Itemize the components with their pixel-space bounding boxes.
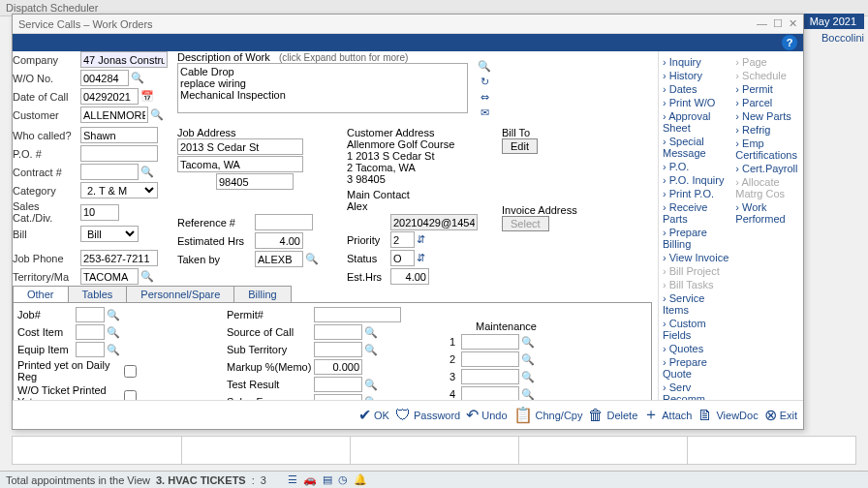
quicklink-new-parts[interactable]: New Parts bbox=[735, 109, 799, 123]
search-icon[interactable]: 🔍 bbox=[139, 166, 156, 178]
quicklink-receive-parts[interactable]: Receive Parts bbox=[663, 200, 731, 226]
schedule-grid[interactable] bbox=[12, 436, 856, 465]
jobaddr-zip[interactable] bbox=[216, 173, 294, 190]
stepper-icon[interactable]: ⇵ bbox=[415, 233, 427, 246]
invoice-select-button[interactable]: Select bbox=[502, 216, 549, 231]
quicklink-custom-fields[interactable]: Custom Fields bbox=[663, 317, 731, 342]
list-icon[interactable]: ▤ bbox=[323, 473, 332, 486]
maint-2-field[interactable] bbox=[461, 351, 519, 367]
tab-other[interactable]: Other bbox=[13, 286, 69, 302]
quicklink-approval-sheet[interactable]: Approval Sheet bbox=[663, 109, 731, 135]
tab-personnel[interactable]: Personnel/Spare bbox=[126, 286, 234, 302]
quicklink-parcel[interactable]: Parcel bbox=[735, 96, 799, 109]
search-icon[interactable]: 🔍 bbox=[362, 326, 380, 339]
wono-field[interactable] bbox=[80, 70, 129, 86]
quicklink-p-o-[interactable]: P.O. bbox=[663, 160, 731, 173]
territory-field[interactable] bbox=[80, 268, 139, 285]
contract-field[interactable] bbox=[80, 164, 139, 180]
quicklink-prepare-quote[interactable]: Prepare Quote bbox=[663, 355, 731, 381]
search-icon[interactable]: 🔍 bbox=[519, 353, 537, 366]
car-icon[interactable]: 🚗 bbox=[303, 473, 317, 486]
viewdoc-button[interactable]: 🗎ViewDoc bbox=[698, 407, 758, 424]
search-icon[interactable]: 🔍 bbox=[105, 344, 122, 356]
calendar-pill[interactable]: May 2021 bbox=[802, 14, 864, 29]
printedreg-checkbox[interactable] bbox=[124, 365, 137, 378]
quicklink-cert-payroll[interactable]: Cert.Payroll bbox=[735, 162, 799, 175]
jobphone-field[interactable] bbox=[80, 250, 158, 266]
search-icon[interactable]: 🔍 bbox=[362, 379, 380, 391]
esthrs2-field[interactable] bbox=[390, 268, 429, 285]
jobnum-field[interactable] bbox=[76, 307, 105, 322]
quicklink-work-performed[interactable]: Work Performed bbox=[735, 200, 799, 226]
jobaddr-line2[interactable] bbox=[177, 156, 303, 172]
expand-icon[interactable]: ⇔ bbox=[478, 91, 491, 104]
chngcpy-button[interactable]: 📋Chng/Cpy bbox=[513, 406, 583, 424]
category-select[interactable]: 2. T & M bbox=[80, 182, 158, 198]
priority-field[interactable] bbox=[390, 231, 415, 248]
maint-3-field[interactable] bbox=[461, 369, 519, 384]
quicklink-dates[interactable]: Dates bbox=[663, 82, 731, 96]
clock-icon[interactable]: ◷ bbox=[338, 473, 348, 486]
search-icon[interactable]: 🔍 bbox=[519, 336, 537, 349]
costitem-field[interactable] bbox=[76, 324, 105, 340]
description-textarea[interactable]: Cable Drop replace wiring Mechanical Ins… bbox=[177, 63, 468, 113]
bill-select[interactable]: Bill bbox=[80, 226, 139, 242]
search-icon[interactable]: 🔍 bbox=[362, 396, 380, 401]
quicklink-print-p-o-[interactable]: Print P.O. bbox=[663, 187, 731, 200]
quicklink-p-o-inquiry[interactable]: P.O. Inquiry bbox=[663, 173, 731, 187]
quicklink-history[interactable]: History bbox=[663, 69, 731, 82]
po-field[interactable] bbox=[80, 145, 158, 162]
search-icon[interactable]: 🔍 bbox=[478, 60, 491, 73]
salescat-field[interactable] bbox=[80, 204, 119, 221]
password-button[interactable]: 🛡Password bbox=[395, 407, 460, 424]
quicklink-prepare-billing[interactable]: Prepare Billing bbox=[663, 226, 731, 251]
search-icon[interactable]: 🔍 bbox=[303, 253, 321, 265]
calendar-icon[interactable]: 📅 bbox=[139, 90, 156, 103]
source-field[interactable] bbox=[314, 324, 362, 340]
close-icon[interactable]: ✕ bbox=[789, 17, 797, 30]
search-icon[interactable]: 🔍 bbox=[139, 270, 156, 283]
tab-tables[interactable]: Tables bbox=[68, 286, 128, 302]
tab-billing[interactable]: Billing bbox=[233, 286, 291, 302]
search-icon[interactable]: 🔍 bbox=[105, 309, 122, 321]
search-icon[interactable]: 🔍 bbox=[129, 72, 146, 84]
esthrs-field[interactable] bbox=[255, 232, 303, 249]
maximize-icon[interactable]: ☐ bbox=[773, 17, 783, 30]
status-field[interactable] bbox=[390, 250, 415, 266]
undo-button[interactable]: ↶Undo bbox=[466, 406, 507, 424]
permit-field[interactable] bbox=[314, 307, 401, 322]
quicklink-service-items[interactable]: Service Items bbox=[663, 291, 731, 317]
equipitem-field[interactable] bbox=[76, 342, 105, 357]
quicklink-print-w-o[interactable]: Print W/O bbox=[663, 96, 731, 109]
refresh-icon[interactable]: ↻ bbox=[478, 76, 491, 88]
link-icon[interactable]: ✉ bbox=[478, 107, 491, 119]
quicklink-inquiry[interactable]: Inquiry bbox=[663, 55, 731, 69]
takenby-field[interactable] bbox=[255, 251, 303, 267]
salesforce-field[interactable] bbox=[314, 394, 362, 400]
quicklink-view-invoice[interactable]: View Invoice bbox=[663, 251, 731, 264]
exit-button[interactable]: ⊗Exit bbox=[764, 406, 797, 424]
ok-button[interactable]: ✔OK bbox=[358, 406, 389, 424]
quicklink-emp-certifications[interactable]: Emp Certifications bbox=[735, 137, 799, 162]
bell-icon[interactable]: 🔔 bbox=[354, 473, 367, 486]
stepper-icon[interactable]: ⇵ bbox=[415, 252, 427, 264]
ref-field[interactable] bbox=[255, 214, 313, 230]
quicklink-serv-recomm[interactable]: Serv Recomm bbox=[663, 381, 731, 400]
search-icon[interactable]: 🔍 bbox=[519, 388, 537, 401]
woticket-checkbox[interactable] bbox=[124, 390, 137, 401]
quicklink-special-message[interactable]: Special Message bbox=[663, 135, 731, 160]
delete-button[interactable]: 🗑Delete bbox=[588, 407, 637, 424]
search-icon[interactable]: 🔍 bbox=[105, 326, 122, 339]
markup-field[interactable] bbox=[314, 359, 362, 375]
jobaddr-line1[interactable] bbox=[177, 138, 303, 155]
customer-field[interactable] bbox=[80, 107, 148, 123]
quicklink-refrig[interactable]: Refrig bbox=[735, 123, 799, 137]
testresult-field[interactable] bbox=[314, 377, 362, 392]
who-field[interactable] bbox=[80, 127, 158, 143]
filter-icon[interactable]: ☰ bbox=[288, 473, 297, 486]
date-field[interactable] bbox=[80, 88, 139, 105]
maint-1-field[interactable] bbox=[461, 334, 519, 350]
search-icon[interactable]: 🔍 bbox=[362, 344, 380, 356]
attach-button[interactable]: ＋Attach bbox=[643, 405, 692, 425]
billto-edit-button[interactable]: Edit bbox=[502, 138, 538, 154]
